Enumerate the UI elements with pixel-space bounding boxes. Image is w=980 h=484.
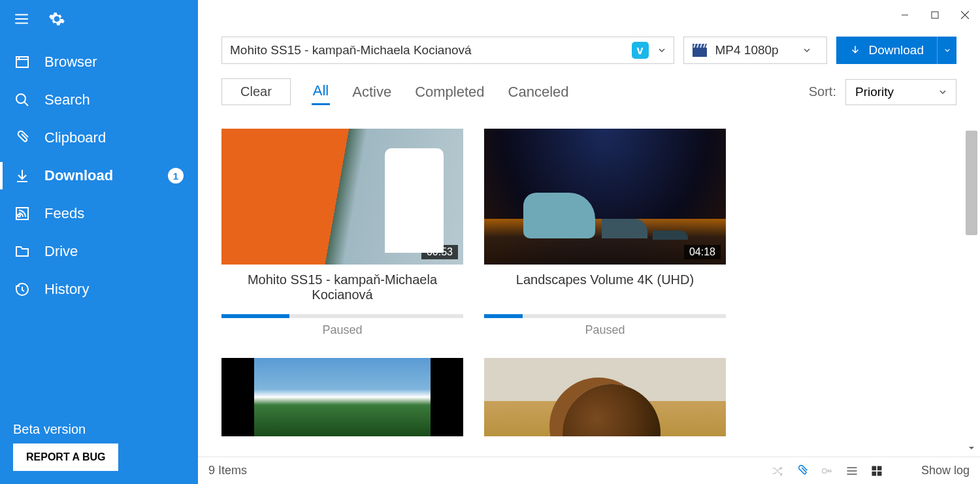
- chevron-down-icon: [939, 88, 947, 96]
- item-title: Mohito SS15 - kampaň-Michaela Kocianová: [221, 272, 463, 306]
- sidebar-label: Feeds: [44, 205, 84, 222]
- tab-completed[interactable]: Completed: [414, 80, 485, 105]
- top-toolbar: Mohito SS15 - kampaň-Michaela Kocianová …: [198, 30, 980, 73]
- sort-control: Sort: Priority: [809, 79, 956, 105]
- download-icon: [849, 44, 861, 56]
- thumbnail: 04:18: [484, 129, 726, 265]
- item-count: 9 Items: [208, 464, 247, 477]
- gear-icon[interactable]: [48, 10, 65, 30]
- sidebar-item-drive[interactable]: Drive: [0, 233, 198, 270]
- tab-active[interactable]: Active: [351, 80, 393, 105]
- scrollbar-thumb[interactable]: [966, 131, 977, 235]
- grid-view-icon[interactable]: [870, 464, 883, 477]
- chevron-down-icon[interactable]: [658, 46, 666, 54]
- url-text: Mohito SS15 - kampaň-Michaela Kocianová: [230, 43, 472, 57]
- thumbnail: [221, 358, 463, 436]
- format-select[interactable]: MP4 1080p: [683, 37, 827, 64]
- sidebar: Browser Search Clipboard Download 1 Feed…: [0, 0, 198, 484]
- nav-list: Browser Search Clipboard Download 1 Feed…: [0, 43, 198, 422]
- sidebar-header: [0, 0, 198, 43]
- download-card[interactable]: 04:18 Landscapes Volume 4K (UHD) Paused: [484, 129, 726, 337]
- svg-rect-6: [872, 466, 876, 470]
- clear-button[interactable]: Clear: [221, 78, 291, 105]
- download-count-badge: 1: [168, 168, 184, 184]
- download-card[interactable]: [484, 358, 726, 436]
- sidebar-item-browser[interactable]: Browser: [0, 43, 198, 81]
- chevron-down-icon: [803, 46, 811, 54]
- attachment-icon[interactable]: [796, 464, 809, 477]
- tab-all[interactable]: All: [312, 78, 330, 105]
- sidebar-label: Search: [44, 91, 90, 108]
- sidebar-footer: Beta version REPORT A BUG: [0, 422, 198, 484]
- svg-point-1: [16, 94, 25, 103]
- hamburger-icon[interactable]: [13, 10, 30, 30]
- progress-bar: [221, 314, 463, 318]
- sidebar-label: Clipboard: [44, 129, 106, 146]
- main-panel: Mohito SS15 - kampaň-Michaela Kocianová …: [198, 0, 980, 484]
- scroll-down-button[interactable]: [966, 442, 977, 454]
- sort-label: Sort:: [809, 84, 836, 99]
- download-list: 00:53 Mohito SS15 - kampaň-Michaela Koci…: [198, 117, 980, 457]
- key-icon[interactable]: [821, 464, 834, 477]
- thumbnail: 00:53: [221, 129, 463, 265]
- svg-rect-4: [693, 48, 707, 57]
- status-bar: 9 Items Show log: [198, 457, 980, 484]
- window-controls: [198, 0, 980, 30]
- tab-canceled[interactable]: Canceled: [507, 80, 570, 105]
- item-status: Paused: [484, 323, 726, 337]
- close-button[interactable]: [950, 0, 980, 30]
- progress-fill: [484, 314, 523, 318]
- sidebar-item-search[interactable]: Search: [0, 81, 198, 119]
- vimeo-icon: [632, 42, 649, 59]
- url-input[interactable]: Mohito SS15 - kampaň-Michaela Kocianová: [221, 37, 674, 64]
- sidebar-item-download[interactable]: Download 1: [0, 157, 198, 195]
- download-card[interactable]: [221, 358, 463, 436]
- svg-rect-0: [16, 57, 28, 67]
- sidebar-label: Download: [44, 167, 113, 184]
- thumbnail: [484, 358, 726, 436]
- beta-label: Beta version: [13, 422, 185, 437]
- list-view-icon[interactable]: [845, 464, 858, 477]
- download-split-button[interactable]: [937, 37, 956, 64]
- download-button[interactable]: Download: [836, 37, 957, 64]
- format-text: MP4 1080p: [715, 43, 779, 57]
- sidebar-item-feeds[interactable]: Feeds: [0, 195, 198, 233]
- sidebar-item-history[interactable]: History: [0, 270, 198, 308]
- clapperboard-icon: [692, 43, 708, 57]
- maximize-button[interactable]: [920, 0, 950, 30]
- svg-rect-3: [932, 12, 938, 18]
- download-label: Download: [869, 43, 924, 57]
- progress-bar: [484, 314, 726, 318]
- svg-rect-9: [877, 471, 882, 476]
- download-card[interactable]: 00:53 Mohito SS15 - kampaň-Michaela Koci…: [221, 129, 463, 337]
- sidebar-label: History: [44, 281, 89, 298]
- sidebar-label: Drive: [44, 243, 78, 260]
- svg-rect-7: [877, 466, 882, 470]
- progress-fill: [221, 314, 289, 318]
- app-root: Browser Search Clipboard Download 1 Feed…: [0, 0, 980, 484]
- minimize-button[interactable]: [890, 0, 920, 30]
- sidebar-item-clipboard[interactable]: Clipboard: [0, 119, 198, 157]
- duration-badge: 04:18: [684, 245, 721, 259]
- svg-rect-8: [872, 471, 876, 476]
- item-title: Landscapes Volume 4K (UHD): [484, 272, 726, 306]
- item-status: Paused: [221, 323, 463, 337]
- report-bug-button[interactable]: REPORT A BUG: [13, 444, 118, 471]
- duration-badge: 00:53: [421, 245, 458, 259]
- show-log-link[interactable]: Show log: [921, 464, 970, 477]
- shuffle-icon[interactable]: [771, 464, 784, 477]
- filter-bar: Clear All Active Completed Canceled Sort…: [198, 73, 980, 117]
- sidebar-label: Browser: [44, 54, 97, 71]
- svg-rect-2: [16, 208, 28, 219]
- sort-value: Priority: [855, 85, 894, 99]
- sort-select[interactable]: Priority: [845, 79, 956, 105]
- svg-point-5: [822, 468, 826, 473]
